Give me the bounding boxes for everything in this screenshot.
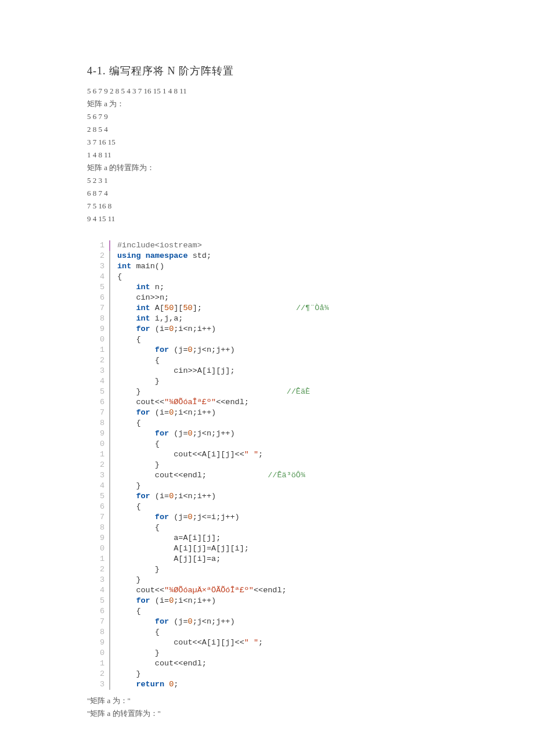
code-row: 7 for (i=0;i<n;i++) (87, 408, 447, 418)
gutter-bar (109, 543, 110, 554)
gutter-bar (109, 491, 110, 502)
gutter-bar (109, 564, 110, 575)
code-row: 3 cout<<endl; //Êä³öÔ­¾ (87, 470, 447, 481)
line-number: 5 (87, 282, 109, 293)
line-number: 2 (87, 460, 109, 470)
line-number: 5 (87, 491, 109, 502)
code-row: 8 { (87, 523, 447, 533)
code-text: A[j][i]=a; (117, 554, 221, 564)
code-row: 7 for (j=0;j<n;j++) (87, 617, 447, 627)
code-text: using namespace std; (117, 251, 211, 261)
gutter-bar (109, 648, 110, 658)
intro-line: 6 8 7 4 (87, 187, 447, 200)
line-number: 3 (87, 366, 109, 376)
line-number: 7 (87, 617, 109, 627)
code-text: cout<<endl; //Êä³öÔ­¾ (117, 470, 305, 481)
line-number: 6 (87, 502, 109, 512)
line-number: 3 (87, 575, 109, 585)
code-row: 5 int n; (87, 282, 447, 293)
intro-line: 矩阵 a 为： (87, 98, 447, 110)
line-number: 2 (87, 355, 109, 366)
line-number: 9 (87, 638, 109, 648)
code-row: 1 for (j=0;j<n;j++) (87, 345, 447, 355)
gutter-bar (109, 282, 110, 293)
code-text: } (117, 564, 160, 575)
code-text: A[i][j]=A[j][i]; (117, 543, 249, 554)
code-row: 6 cout<<"¾ØÕóaÎª£º"<<endl; (87, 397, 447, 408)
gutter-bar (109, 554, 110, 564)
gutter-bar (109, 397, 110, 408)
code-block: 1#include<iostream>2using namespace std;… (87, 240, 447, 690)
code-text: int main() (117, 261, 164, 272)
gutter-bar (109, 596, 110, 606)
line-number: 6 (87, 397, 109, 408)
code-text: cout<<A[i][j]<<" "; (117, 638, 263, 648)
gutter-bar (109, 334, 110, 345)
code-row: 6 { (87, 502, 447, 512)
intro-line: 9 4 15 11 (87, 213, 447, 225)
code-row: 3 cin>>A[i][j]; (87, 366, 447, 376)
code-row: 2using namespace std; (87, 251, 447, 261)
line-number: 8 (87, 523, 109, 533)
gutter-bar (109, 512, 110, 523)
gutter-bar (109, 387, 110, 397)
code-row: 8 { (87, 418, 447, 429)
code-text: for (i=0;i<n;i++) (117, 324, 216, 334)
code-text: for (j=0;j<n;j++) (117, 345, 235, 355)
gutter-bar (109, 376, 110, 387)
gutter-bar (109, 240, 110, 251)
footer-line: "矩阵 a 的转置阵为：" (87, 707, 447, 720)
gutter-bar (109, 523, 110, 533)
code-row: 1#include<iostream> (87, 240, 447, 251)
code-text: { (117, 334, 141, 345)
code-text: cin>>A[i][j]; (117, 366, 235, 376)
line-number: 7 (87, 303, 109, 314)
line-number: 9 (87, 324, 109, 334)
intro-line: 3 7 16 15 (87, 136, 447, 149)
code-row: 9 for (i=0;i<n;i++) (87, 324, 447, 334)
intro-line: 5 2 3 1 (87, 174, 447, 187)
gutter-bar (109, 627, 110, 638)
code-text: { (117, 523, 160, 533)
code-text: } (117, 575, 141, 585)
line-number: 1 (87, 449, 109, 460)
code-text: a=A[i][j]; (117, 533, 221, 543)
code-row: 6 cin>>n; (87, 293, 447, 303)
line-number: 5 (87, 387, 109, 397)
code-text: int A[50][50]; //¶¨Òå¾ (117, 303, 329, 314)
line-number: 9 (87, 533, 109, 543)
code-row: 5 for (i=0;i<n;i++) (87, 491, 447, 502)
line-number: 3 (87, 261, 109, 272)
code-row: 9 a=A[i][j]; (87, 533, 447, 543)
code-row: 9 for (j=0;j<n;j++) (87, 429, 447, 439)
intro-line: 2 8 5 4 (87, 123, 447, 136)
intro-line: 1 4 8 11 (87, 149, 447, 161)
code-row: 1 A[j][i]=a; (87, 554, 447, 564)
code-row: 1 cout<<endl; (87, 658, 447, 669)
code-text: cout<<endl; (117, 658, 207, 669)
code-text: { (117, 418, 141, 429)
line-number: 2 (87, 251, 109, 261)
code-text: for (j=0;j<n;j++) (117, 429, 235, 439)
line-number: 4 (87, 376, 109, 387)
code-row: 4 } (87, 481, 447, 491)
gutter-bar (109, 481, 110, 491)
line-number: 7 (87, 408, 109, 418)
line-number: 8 (87, 418, 109, 429)
line-number: 1 (87, 240, 109, 251)
line-number: 3 (87, 470, 109, 481)
code-text: { (117, 355, 160, 366)
footer-line: "矩阵 a 为：" (87, 694, 447, 707)
document-page: 4-1. 编写程序将 N 阶方阵转置 5 6 7 9 2 8 5 4 3 7 1… (0, 0, 534, 756)
gutter-bar (109, 429, 110, 439)
line-number: 2 (87, 564, 109, 575)
line-number: 8 (87, 627, 109, 638)
gutter-bar (109, 460, 110, 470)
code-row: 6 { (87, 606, 447, 617)
gutter-bar (109, 272, 110, 282)
intro-line: 矩阵 a 的转置阵为： (87, 161, 447, 174)
gutter-bar (109, 617, 110, 627)
line-number: 0 (87, 439, 109, 449)
intro-block: 5 6 7 9 2 8 5 4 3 7 16 15 1 4 8 11矩阵 a 为… (87, 85, 447, 225)
code-row: 0 { (87, 334, 447, 345)
